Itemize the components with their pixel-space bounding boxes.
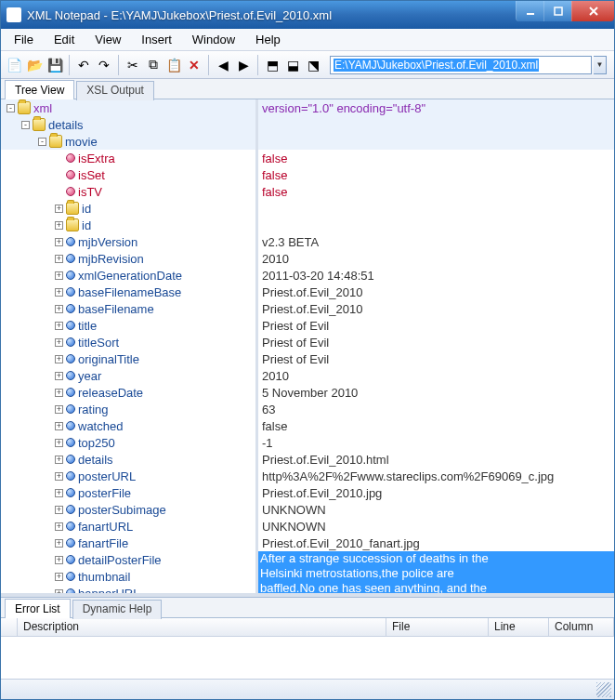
menu-view[interactable]: View bbox=[95, 33, 121, 46]
undo-icon[interactable]: ↶ bbox=[74, 56, 93, 74]
value-row[interactable]: Priest.of.Evil_2010_fanart.jpg bbox=[258, 535, 614, 551]
col-icon[interactable] bbox=[1, 618, 18, 636]
value-row[interactable] bbox=[258, 217, 614, 233]
menu-file[interactable]: File bbox=[14, 33, 33, 46]
tree-row[interactable]: -details bbox=[1, 116, 255, 133]
tree-row[interactable]: isSet bbox=[1, 166, 255, 183]
close-button[interactable] bbox=[571, 1, 614, 21]
delete-icon[interactable]: ✕ bbox=[185, 56, 203, 74]
tree-row[interactable]: +fanartFile bbox=[1, 535, 255, 551]
expander-icon[interactable]: + bbox=[55, 506, 63, 514]
tree-row[interactable]: +mjbRevision bbox=[1, 250, 255, 267]
expander-icon[interactable]: + bbox=[55, 573, 63, 581]
tree-row[interactable]: +baseFilename bbox=[1, 300, 255, 317]
expander-icon[interactable]: - bbox=[21, 121, 30, 129]
expander-icon[interactable]: + bbox=[55, 221, 63, 230]
value-row[interactable]: false bbox=[258, 150, 614, 166]
col-file[interactable]: File bbox=[386, 618, 489, 636]
tree-row[interactable]: +baseFilenameBase bbox=[1, 284, 255, 300]
expander-icon[interactable]: + bbox=[55, 472, 63, 481]
expander-icon[interactable]: + bbox=[55, 556, 63, 564]
tree-row[interactable]: -xml bbox=[1, 99, 255, 116]
paste-icon[interactable]: 📋 bbox=[164, 56, 183, 74]
expander-icon[interactable]: + bbox=[55, 305, 63, 313]
expander-icon[interactable]: + bbox=[55, 389, 63, 397]
expander-icon[interactable]: + bbox=[55, 288, 63, 297]
tree-row[interactable]: +posterURL bbox=[1, 468, 255, 484]
value-row[interactable]: Priest of Evil bbox=[258, 334, 614, 350]
tree-row[interactable]: +detailPosterFile bbox=[1, 551, 255, 568]
tree-row[interactable]: +top250 bbox=[1, 434, 255, 451]
file-path-combo[interactable]: E:\YAMJ\Jukebox\Priest.of.Evil_2010.xml bbox=[330, 56, 592, 74]
tree-row[interactable]: +fanartURL bbox=[1, 518, 255, 535]
col-line[interactable]: Line bbox=[489, 618, 549, 636]
value-row[interactable]: http%3A%2F%2Fwww.stareclips.com%2F69069_… bbox=[258, 468, 614, 484]
value-row[interactable] bbox=[258, 133, 614, 150]
value-row[interactable]: UNKNOWN bbox=[258, 501, 614, 518]
tab-error-list[interactable]: Error List bbox=[5, 599, 71, 618]
tree-row[interactable]: +year bbox=[1, 367, 255, 384]
expander-icon[interactable]: + bbox=[55, 255, 63, 263]
menu-help[interactable]: Help bbox=[255, 33, 281, 46]
expander-icon[interactable]: + bbox=[55, 439, 63, 447]
expander-icon[interactable]: + bbox=[55, 372, 63, 380]
value-row[interactable]: v2.3 BETA bbox=[258, 233, 614, 250]
save-icon[interactable]: 💾 bbox=[46, 56, 64, 74]
tree-row[interactable]: +titleSort bbox=[1, 334, 255, 350]
tree-row[interactable]: isExtra bbox=[1, 150, 255, 166]
expander-icon[interactable]: + bbox=[55, 355, 63, 363]
value-row[interactable]: Priest of Evil bbox=[258, 317, 614, 334]
value-row[interactable] bbox=[258, 116, 614, 133]
menu-insert[interactable]: Insert bbox=[141, 33, 172, 46]
tree-row[interactable]: +thumbnail bbox=[1, 568, 255, 585]
new-icon[interactable]: 📄 bbox=[5, 56, 23, 74]
expander-icon[interactable]: + bbox=[55, 422, 63, 430]
value-row[interactable]: UNKNOWN bbox=[258, 518, 614, 535]
minimize-button[interactable] bbox=[516, 1, 543, 21]
expander-icon[interactable]: + bbox=[55, 522, 63, 531]
tree-row[interactable]: +bannerURL bbox=[1, 585, 255, 593]
value-row[interactable]: Priest.of.Evil_2010 bbox=[258, 284, 614, 300]
expander-icon[interactable]: + bbox=[55, 205, 63, 213]
error-grid-body[interactable] bbox=[1, 637, 614, 679]
indent-icon[interactable]: ▶ bbox=[234, 56, 253, 74]
menu-edit[interactable]: Edit bbox=[54, 33, 74, 46]
value-row[interactable]: 63 bbox=[258, 401, 614, 417]
value-row[interactable]: false bbox=[258, 417, 614, 434]
tab-xsl-output[interactable]: XSL Output bbox=[76, 81, 154, 100]
value-row[interactable]: 5 November 2010 bbox=[258, 384, 614, 401]
tree-row[interactable]: +watched bbox=[1, 417, 255, 434]
redo-icon[interactable]: ↷ bbox=[95, 56, 113, 74]
menu-window[interactable]: Window bbox=[192, 33, 235, 46]
value-row[interactable]: 2011-03-20 14:48:51 bbox=[258, 267, 614, 284]
tab-dynamic-help[interactable]: Dynamic Help bbox=[72, 600, 163, 619]
expander-icon[interactable]: + bbox=[55, 238, 63, 246]
expander-icon[interactable]: + bbox=[55, 489, 63, 497]
value-row[interactable]: version="1.0" encoding="utf-8" bbox=[258, 99, 614, 116]
tree-row[interactable]: +originalTitle bbox=[1, 350, 255, 367]
tree-row[interactable]: isTV bbox=[1, 183, 255, 200]
titlebar[interactable]: XML Notepad - E:\YAMJ\Jukebox\Priest.of.… bbox=[1, 1, 614, 29]
value-row[interactable]: false bbox=[258, 183, 614, 200]
open-icon[interactable]: 📂 bbox=[25, 56, 44, 74]
tree-row[interactable]: +posterFile bbox=[1, 484, 255, 501]
col-description[interactable]: Description bbox=[18, 618, 386, 636]
expander-icon[interactable]: + bbox=[55, 338, 63, 347]
expander-icon[interactable]: + bbox=[55, 405, 63, 414]
tree-row[interactable]: +mjbVersion bbox=[1, 233, 255, 250]
plot-selected-text[interactable]: After a strange succession of deaths in … bbox=[258, 551, 614, 593]
expander-icon[interactable]: + bbox=[55, 271, 63, 280]
resize-grip-icon[interactable] bbox=[596, 682, 611, 697]
value-row[interactable]: false bbox=[258, 166, 614, 183]
expander-icon[interactable]: + bbox=[55, 539, 63, 548]
expander-icon[interactable]: + bbox=[55, 322, 63, 330]
value-row[interactable]: Priest.of.Evil_2010 bbox=[258, 300, 614, 317]
expander-icon[interactable]: + bbox=[55, 456, 63, 464]
tree-row[interactable]: +title bbox=[1, 317, 255, 334]
tree-row[interactable]: +xmlGenerationDate bbox=[1, 267, 255, 284]
tree-row[interactable]: -movie bbox=[1, 133, 255, 150]
maximize-button[interactable] bbox=[543, 1, 571, 21]
tree-row[interactable]: +releaseDate bbox=[1, 384, 255, 401]
expander-icon[interactable]: - bbox=[38, 138, 46, 146]
value-row[interactable]: -1 bbox=[258, 434, 614, 451]
